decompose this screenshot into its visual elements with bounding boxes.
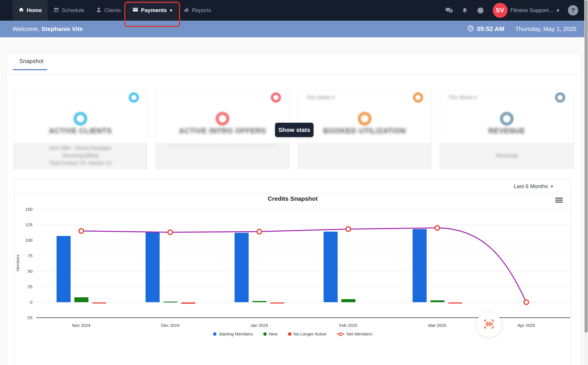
donut-badge-icon (413, 92, 423, 103)
stat-card-active-intro-offers: ACTIVE INTRO OFFERS (156, 90, 289, 169)
donut-icon (216, 112, 229, 126)
account-name: Fitness Support... (510, 7, 553, 13)
nav-item-payments[interactable]: Payments ▾ (127, 0, 178, 21)
card-title: ACTIVE CLIENTS (14, 127, 147, 135)
legend-label: Net Members (347, 331, 372, 336)
donut-icon (358, 112, 372, 126)
chevron-down-icon: ▾ (170, 8, 172, 13)
show-stats-button[interactable]: Show stats (275, 123, 314, 137)
card-title: REVENUE (440, 127, 573, 135)
footer-line: Intro Offer - Active Packages (49, 145, 111, 152)
date-range-label: Last 6 Months (514, 183, 548, 190)
donut-icon (500, 112, 514, 126)
current-date: Thursday, May 1, 2025 (515, 26, 577, 32)
welcome-prefix: Welcome, (13, 26, 39, 32)
legend-dot-icon (263, 332, 267, 336)
nav-label: Home (27, 7, 42, 13)
stat-card-revenue: This Week ▾ REVENUE Recurring (440, 90, 574, 169)
svg-text:Jan 2025: Jan 2025 (250, 323, 268, 328)
legend-ring-icon (337, 332, 344, 336)
svg-text:75: 75 (28, 253, 32, 258)
person-icon (96, 7, 102, 14)
card-icon (132, 7, 138, 14)
footer-line: Total Contact: 97, Alumni: 12 (49, 159, 111, 167)
card-title: BOOKED UTILIZATION (298, 127, 431, 135)
help-icon[interactable]: ? (568, 5, 578, 15)
chevron-down-icon: ▾ (556, 7, 559, 14)
card-title: ACTIVE INTRO OFFERS (156, 127, 289, 135)
period-dropdown[interactable]: This Week ▾ (448, 94, 477, 101)
clock-icon (467, 25, 474, 33)
nav-item-schedule[interactable]: Schedule (48, 0, 90, 21)
nav-label: Schedule (62, 7, 84, 13)
donut-icon (74, 112, 87, 126)
bell-icon[interactable] (461, 7, 468, 14)
donut-badge-icon (129, 92, 139, 103)
clock-icon[interactable] (477, 7, 484, 14)
legend-item: Starting Members (213, 331, 253, 336)
welcome-bar: Welcome, Stephanie Vite 05:52 AM Thursda… (0, 21, 588, 37)
nav-item-clients[interactable]: Clients (90, 0, 127, 21)
legend-item: No Longer Active (288, 331, 326, 336)
card-footer: Intro Offer - Active Packages Recurring … (14, 143, 147, 169)
footer-line: Recurring (496, 152, 517, 159)
donut-badge-icon (271, 92, 281, 103)
credits-chart[interactable]: 1501251007550250-25MembersNov 2024Dec 20… (15, 193, 571, 365)
time-group: 05:52 AM Thursday, May 1, 2025 (467, 25, 577, 33)
barcode-icon (482, 317, 496, 332)
nav-label: Clients (104, 7, 121, 13)
account-menu[interactable]: SV Fitness Support... ▾ (493, 3, 559, 18)
avatar: SV (493, 3, 508, 18)
nav-label: Reports (192, 7, 211, 13)
donut-badge-icon (555, 92, 565, 103)
chevron-down-icon: ▾ (551, 184, 553, 189)
svg-text:150: 150 (25, 207, 32, 212)
svg-text:Members: Members (16, 255, 20, 271)
svg-text:-25: -25 (26, 315, 32, 320)
home-icon (18, 7, 24, 14)
svg-text:0: 0 (30, 300, 32, 305)
top-nav: Home Schedule Clients Payments ▾ Reports… (0, 0, 588, 21)
card-footer (298, 143, 431, 169)
legend-label: Starting Members (219, 331, 253, 336)
nav-utilities: SV Fitness Support... ▾ ? (445, 0, 588, 21)
scrollbar-thumb[interactable] (585, 0, 588, 333)
nav-item-reports[interactable]: Reports (178, 0, 217, 21)
svg-text:125: 125 (25, 222, 32, 227)
legend-label: No Longer Active (294, 331, 326, 336)
current-time: 05:52 AM (477, 25, 504, 33)
tab-divider (7, 74, 581, 74)
svg-text:Dec 2024: Dec 2024 (161, 323, 179, 328)
date-range-dropdown[interactable]: Last 6 Months ▾ (15, 179, 571, 193)
legend-label: New (269, 331, 278, 336)
svg-text:Mar 2025: Mar 2025 (428, 323, 446, 328)
svg-text:50: 50 (28, 269, 32, 274)
svg-text:Apr 2025: Apr 2025 (518, 323, 535, 328)
barcode-scan-button[interactable] (476, 312, 502, 337)
nav-item-home[interactable]: Home (13, 0, 48, 21)
blurred-divider (167, 145, 278, 146)
calendar-icon (53, 7, 59, 14)
stat-card-active-clients: ACTIVE CLIENTS Intro Offer - Active Pack… (13, 90, 147, 169)
card-footer: Recurring (440, 143, 573, 169)
vertical-scrollbar[interactable] (584, 0, 588, 365)
chat-icon[interactable] (445, 7, 453, 14)
svg-text:Nov 2024: Nov 2024 (72, 323, 90, 328)
user-name: Stephanie Vite (41, 26, 83, 32)
legend-item: Net Members (337, 331, 372, 336)
period-dropdown[interactable]: This Week ▾ (306, 94, 334, 101)
stat-card-booked-utilization: This Week ▾ BOOKED UTILIZATION (298, 90, 432, 169)
tab-active-underline (13, 69, 47, 70)
bar-chart-icon (183, 7, 189, 14)
svg-text:25: 25 (28, 284, 32, 289)
legend-item: New (263, 331, 278, 336)
svg-text:100: 100 (25, 238, 32, 243)
legend-dot-icon (288, 332, 291, 336)
legend-dot-icon (213, 332, 216, 336)
card-footer (156, 143, 289, 169)
tab-snapshot[interactable]: Snapshot (19, 58, 44, 65)
nav-label: Payments (141, 7, 167, 13)
nav-menu: Home Schedule Clients Payments ▾ Reports (0, 0, 217, 21)
svg-text:Feb 2025: Feb 2025 (339, 323, 357, 328)
footer-line: Recurring Billing (63, 152, 98, 159)
